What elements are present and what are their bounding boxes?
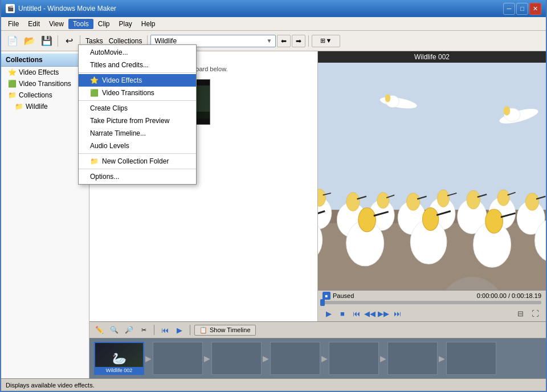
svg-point-22 [467,190,480,209]
preview-video [318,63,546,290]
title-bar: 🎬 Untitled - Windows Movie Maker ─ □ ✕ [1,0,546,17]
svg-point-50 [504,106,511,115]
menu-titles-credits[interactable]: Titles and Credits... [79,59,196,71]
star-icon: ⭐ [8,68,17,76]
sidebar-item-transitions-label: Video Transitions [19,80,71,88]
timeline-bar: ✏️ 🔍 🔎 ✂ ⏮ ▶ 📋 Show Timeline [89,321,546,338]
storyboard-empty-4[interactable] [270,342,320,375]
menu-sep-2 [79,100,196,101]
menu-narrate-timeline[interactable]: Narrate Timeline... [79,127,196,140]
sidebar-item-effects-label: Video Effects [19,68,59,76]
stop-button[interactable]: ■ [336,307,349,320]
app-icon: 🎬 [6,4,15,13]
svg-point-25 [497,190,509,206]
tools-dropdown-menu: AutoMovie... Titles and Credits... ⭐ Vid… [78,44,197,185]
play-button[interactable]: ▶ [323,307,335,320]
back-button[interactable]: ◀◀ [364,307,376,320]
timeline-tool-zoom-in[interactable]: 🔍 [108,324,120,336]
tl-sep2 [190,325,190,335]
storyboard-arrow-6: ▶ [438,354,446,363]
storyboard-arrow-5: ▶ [379,354,387,363]
preview-progress-bar-container[interactable] [323,301,541,304]
timeline-play-button[interactable]: ▶ [173,324,186,336]
narrate-timeline-label: Narrate Timeline... [90,129,146,137]
timeline-tool-zoom-out[interactable]: 🔎 [123,324,135,336]
toolbar-sep1 [58,35,58,47]
menu-new-collection[interactable]: 📁 New Collection Folder [79,155,196,168]
preview-progress-thumb[interactable] [320,299,325,306]
close-button[interactable]: ✕ [529,3,541,15]
collections-back-button[interactable]: ⬅ [277,35,291,47]
svg-point-37 [358,208,376,232]
storyboard-empty-5[interactable] [329,342,379,375]
view-options-button[interactable]: ⊞▼ [312,35,340,47]
menu-create-clips[interactable]: Create Clips [79,102,196,115]
menu-options[interactable]: Options... [79,170,196,183]
menu-video-transitions[interactable]: 🟩 Video Transitions [79,87,196,99]
take-picture-label: Take Picture from Preview [90,117,169,125]
preview-time: 0:00:00.00 / 0:00:18.19 [477,292,541,299]
storyboard-arrow-4: ▶ [321,354,328,363]
menu-bar: File Edit View Tools Clip Play Help [1,17,546,31]
open-button[interactable]: 📂 [22,34,38,48]
minimize-button[interactable]: ─ [503,3,515,15]
prev-frame-button[interactable]: ⏮ [350,307,362,320]
new-collection-label: New Collection Folder [102,157,169,165]
svg-point-28 [525,193,538,211]
sidebar-item-wildlife[interactable]: 📁 Wildlife [1,101,89,112]
forward-button[interactable]: ▶▶ [377,307,390,320]
collections-toolbar-label: Collections [107,37,145,45]
storyboard-empty-6[interactable] [387,342,438,375]
menu-clip[interactable]: Clip [93,19,115,29]
svg-point-40 [423,208,439,231]
storyboard-cell-1-label: Wildlife 002 [95,367,143,374]
save-button[interactable]: 💾 [39,34,55,48]
storyboard-empty-3[interactable] [211,342,262,375]
menu-automovie[interactable]: AutoMovie... [79,46,196,59]
svg-point-19 [437,190,449,207]
sidebar-item-collections[interactable]: 📁 Collections [1,89,89,101]
status-bar: Displays available video effects. [1,378,546,391]
next-frame-button[interactable]: ⏭ [391,307,403,320]
maximize-button[interactable]: □ [516,3,528,15]
new-button[interactable]: 📄 [5,34,21,48]
timeline-prev-button[interactable]: ⏮ [158,324,171,336]
collections-folder-icon: 📁 [8,91,17,99]
sidebar-item-wildlife-label: Wildlife [26,103,48,111]
show-timeline-icon: 📋 [199,326,207,334]
dropdown-arrow-icon: ▼ [266,38,272,44]
sidebar-item-video-effects[interactable]: ⭐ Video Effects [1,67,89,78]
playback-controls: ▶ ■ ⏮ ◀◀ ▶▶ ⏭ ⊟ ⛶ [318,305,546,321]
storyboard-empty-7[interactable] [446,342,496,375]
preview-pane: Wildlife 002 [318,51,546,321]
split-button[interactable]: ⊟ [514,307,526,320]
menu-edit[interactable]: Edit [23,19,44,29]
show-timeline-label: Show Timeline [210,326,251,333]
timeline-tool-split[interactable]: ✂ [137,324,150,336]
storyboard-cell-1[interactable]: 🦢 Wildlife 002 [94,342,144,375]
options-label: Options... [90,173,119,181]
menu-file[interactable]: File [3,19,23,29]
collections-forward-button[interactable]: ➡ [292,35,305,47]
sidebar-item-video-transitions[interactable]: 🟩 Video Transitions [1,78,89,89]
menu-play[interactable]: Play [115,19,137,29]
undo-button[interactable]: ↩ [61,34,77,48]
menu-view[interactable]: View [44,19,68,29]
menu-help[interactable]: Help [137,19,160,29]
menu-audio-levels[interactable]: Audio Levels [79,140,196,152]
title-bar-left: 🎬 Untitled - Windows Movie Maker [6,4,116,13]
new-collection-icon: 📁 [90,157,99,165]
show-timeline-button[interactable]: 📋 Show Timeline [194,325,256,336]
fullscreen-button[interactable]: ⛶ [529,307,541,320]
video-transitions-menu-icon: 🟩 [90,89,99,97]
create-clips-label: Create Clips [90,104,128,112]
svg-point-43 [485,209,503,233]
storyboard-empty-2[interactable] [153,342,203,375]
timeline-tool-pen[interactable]: ✏️ [93,324,105,336]
menu-tools[interactable]: Tools [68,19,93,29]
preview-controls: ■ Paused 0:00:00.00 / 0:00:18.19 ▶ [318,290,546,321]
transitions-icon: 🟩 [8,80,17,88]
sidebar: Collections ⭐ Video Effects 🟩 Video Tran… [1,51,89,378]
menu-video-effects[interactable]: ⭐ Video Effects [79,74,196,87]
menu-take-picture[interactable]: Take Picture from Preview [79,115,196,127]
